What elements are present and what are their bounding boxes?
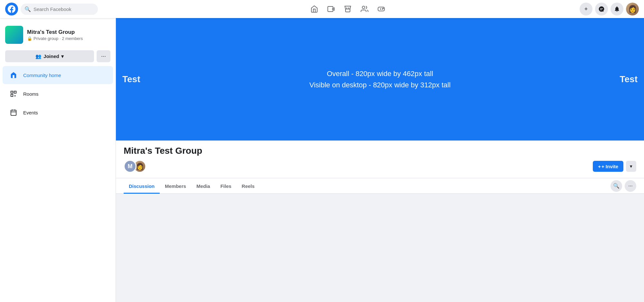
tab-media[interactable]: Media bbox=[191, 178, 215, 194]
tab-files[interactable]: Files bbox=[215, 178, 236, 194]
cover-text-left: Test bbox=[122, 74, 140, 84]
search-icon: 🔍 bbox=[613, 183, 620, 189]
member-avatar-1: M bbox=[124, 160, 137, 173]
tab-members[interactable]: Members bbox=[160, 178, 191, 194]
home-nav-button[interactable] bbox=[307, 1, 322, 17]
group-title: Mitra's Test Group bbox=[124, 146, 636, 156]
invite-button[interactable]: + + Invite bbox=[593, 161, 623, 172]
notifications-button[interactable] bbox=[611, 3, 623, 15]
members-icon: 👥 bbox=[35, 54, 42, 59]
page-layout: Mitra's Test Group 🔒 Private group · 2 m… bbox=[0, 18, 644, 194]
plus-icon: + bbox=[584, 6, 588, 13]
svg-point-9 bbox=[383, 8, 384, 9]
tabs-actions: 🔍 ··· bbox=[611, 180, 636, 192]
more-options-button[interactable]: ··· bbox=[97, 50, 110, 62]
chevron-down-icon: ▾ bbox=[61, 54, 64, 59]
tabs: Discussion Members Media Files Reels bbox=[124, 178, 260, 193]
group-meta: 🔒 Private group · 2 members bbox=[27, 36, 110, 41]
sidebar: Mitra's Test Group 🔒 Private group · 2 m… bbox=[0, 18, 116, 194]
search-bar[interactable]: 🔍 bbox=[21, 4, 98, 15]
sidebar-navigation: Community home Rooms bbox=[0, 66, 116, 122]
tabs-bar: Discussion Members Media Files Reels 🔍 bbox=[116, 178, 644, 194]
members-row: M 👩 + + Invite ▾ bbox=[124, 160, 636, 173]
group-cover-photo: Test Overall - 820px wide by 462px tall … bbox=[116, 18, 644, 141]
group-name: Mitra's Test Group bbox=[27, 29, 110, 35]
svg-rect-15 bbox=[11, 110, 16, 116]
invite-area: + + Invite ▾ bbox=[593, 161, 636, 172]
chevron-down-icon: ▾ bbox=[630, 163, 632, 169]
cover-center-text: Overall - 820px wide by 462px tall Visib… bbox=[309, 68, 451, 91]
nav-center bbox=[121, 1, 574, 17]
tab-search-button[interactable]: 🔍 bbox=[611, 180, 622, 192]
groups-nav-button[interactable] bbox=[357, 1, 372, 17]
nav-right: + 👩 bbox=[574, 3, 639, 15]
sidebar-item-rooms[interactable]: Rooms bbox=[3, 85, 113, 103]
group-info: Mitra's Test Group 🔒 Private group · 2 m… bbox=[27, 29, 110, 41]
store-nav-button[interactable] bbox=[340, 1, 355, 17]
group-info-bar: Mitra's Test Group M 👩 + + Invite ▾ bbox=[116, 141, 644, 178]
invite-plus-icon: + bbox=[598, 164, 601, 169]
search-icon: 🔍 bbox=[24, 6, 31, 12]
facebook-logo[interactable] bbox=[5, 3, 18, 15]
search-input[interactable] bbox=[33, 6, 94, 12]
svg-rect-12 bbox=[11, 94, 13, 96]
home-icon bbox=[8, 69, 19, 81]
group-cover-thumbnail bbox=[5, 26, 23, 44]
events-icon bbox=[8, 107, 19, 118]
sidebar-item-community-home[interactable]: Community home bbox=[3, 66, 113, 84]
create-button[interactable]: + bbox=[580, 3, 592, 15]
sidebar-actions: 👥 Joined ▾ ··· bbox=[0, 48, 116, 65]
tab-more-button[interactable]: ··· bbox=[625, 180, 636, 192]
video-nav-button[interactable] bbox=[323, 1, 339, 17]
invite-dropdown-button[interactable]: ▾ bbox=[626, 161, 636, 172]
nav-left: 🔍 bbox=[5, 3, 121, 15]
main-content: Test Overall - 820px wide by 462px tall … bbox=[116, 18, 644, 194]
gaming-nav-button[interactable] bbox=[374, 1, 389, 17]
rooms-icon bbox=[8, 88, 19, 100]
tab-discussion[interactable]: Discussion bbox=[124, 178, 160, 194]
group-header: Mitra's Test Group 🔒 Private group · 2 m… bbox=[0, 22, 116, 48]
more-icon: ··· bbox=[628, 183, 632, 189]
svg-rect-10 bbox=[11, 91, 13, 93]
svg-rect-11 bbox=[14, 91, 16, 93]
cover-text-right: Test bbox=[620, 74, 638, 84]
sidebar-item-events[interactable]: Events bbox=[3, 103, 113, 122]
member-avatars: M 👩 bbox=[124, 160, 146, 173]
joined-button[interactable]: 👥 Joined ▾ bbox=[5, 50, 94, 62]
svg-point-4 bbox=[362, 6, 365, 9]
lock-icon: 🔒 bbox=[27, 36, 32, 41]
messenger-button[interactable] bbox=[595, 3, 608, 15]
tab-reels[interactable]: Reels bbox=[237, 178, 260, 194]
profile-avatar-button[interactable]: 👩 bbox=[626, 3, 639, 15]
top-navigation: 🔍 bbox=[0, 0, 644, 18]
